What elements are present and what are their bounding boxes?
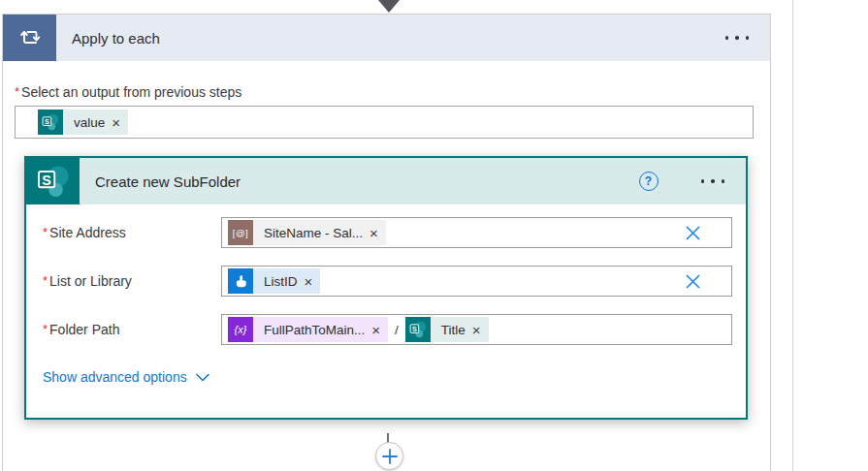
site-address-input[interactable]: [@] SiteName - Sal... × bbox=[221, 217, 732, 248]
action-title: Create new SubFolder bbox=[80, 158, 639, 204]
show-advanced-options-link[interactable]: Show advanced options bbox=[43, 369, 209, 385]
manual-trigger-icon bbox=[228, 268, 253, 294]
apply-to-each-menu-button[interactable] bbox=[704, 15, 771, 61]
field-row-list-or-library: *List or Library ListID × bbox=[43, 266, 746, 297]
action-menu-button[interactable] bbox=[680, 158, 747, 204]
chevron-down-icon bbox=[196, 373, 209, 382]
variable-icon: {x} bbox=[228, 317, 253, 342]
sharepoint-icon: S bbox=[405, 317, 431, 342]
token-label: SiteName - Sal... bbox=[264, 226, 363, 240]
loop-icon bbox=[17, 25, 43, 50]
flow-canvas: Apply to each *Select an output from pre… bbox=[0, 0, 868, 471]
apply-to-each-icon bbox=[3, 15, 56, 61]
path-separator: / bbox=[392, 323, 402, 337]
svg-text:S: S bbox=[42, 173, 51, 188]
apply-to-each-header[interactable]: Apply to each bbox=[3, 15, 770, 61]
required-asterisk: * bbox=[43, 225, 48, 239]
insert-step-button[interactable] bbox=[375, 442, 403, 470]
remove-token-icon[interactable]: × bbox=[472, 323, 481, 337]
required-asterisk: * bbox=[15, 84, 19, 99]
parameter-icon: [@] bbox=[228, 220, 253, 245]
site-address-label: *Site Address bbox=[43, 225, 221, 240]
output-input[interactable]: S value × bbox=[15, 106, 754, 139]
list-or-library-input[interactable]: ListID × bbox=[221, 266, 732, 297]
help-button[interactable]: ? bbox=[639, 172, 659, 191]
svg-text:S: S bbox=[412, 325, 417, 333]
ellipsis-icon bbox=[701, 179, 705, 183]
action-parameters: *Site Address [@] SiteName - Sal... × bbox=[26, 204, 746, 386]
sharepoint-icon: S bbox=[34, 162, 73, 201]
token-label: value bbox=[74, 115, 105, 130]
token-label: Title bbox=[441, 323, 466, 337]
token-label: FullPathToMain... bbox=[264, 323, 365, 337]
listid-token[interactable]: ListID × bbox=[228, 268, 320, 294]
apply-to-each-body: *Select an output from previous steps S … bbox=[3, 61, 770, 139]
clear-input-icon[interactable] bbox=[684, 224, 702, 242]
clear-input-icon[interactable] bbox=[684, 272, 702, 291]
svg-text:S: S bbox=[45, 117, 49, 126]
required-asterisk: * bbox=[43, 322, 48, 336]
sharepoint-action-icon: S bbox=[26, 158, 80, 204]
help-icon: ? bbox=[645, 174, 652, 188]
folder-path-input[interactable]: {x} FullPathToMain... × / bbox=[221, 314, 732, 345]
fullpath-variable-token[interactable]: {x} FullPathToMain... × bbox=[228, 317, 388, 342]
connector-arrow-down-icon bbox=[378, 0, 400, 13]
canvas-right-divider bbox=[792, 0, 793, 471]
remove-token-icon[interactable]: × bbox=[370, 226, 378, 240]
field-row-site-address: *Site Address [@] SiteName - Sal... × bbox=[43, 217, 746, 248]
title-token[interactable]: S Title × bbox=[405, 317, 489, 342]
plus-icon bbox=[382, 449, 398, 464]
token-label: ListID bbox=[264, 274, 298, 289]
list-or-library-label: *List or Library bbox=[43, 273, 221, 289]
folder-path-label: *Folder Path bbox=[43, 322, 221, 337]
ellipsis-icon bbox=[725, 36, 729, 40]
create-subfolder-header[interactable]: S Create new SubFolder ? bbox=[26, 158, 746, 204]
output-field-label: *Select an output from previous steps bbox=[15, 84, 758, 100]
apply-to-each-title: Apply to each bbox=[56, 15, 704, 61]
remove-token-icon[interactable]: × bbox=[112, 115, 120, 130]
create-subfolder-card: S Create new SubFolder ? *Site Address [… bbox=[24, 156, 748, 420]
sharepoint-icon: S bbox=[38, 110, 63, 135]
sitename-token[interactable]: [@] SiteName - Sal... × bbox=[228, 220, 386, 245]
remove-token-icon[interactable]: × bbox=[371, 323, 380, 337]
required-asterisk: * bbox=[43, 273, 48, 288]
value-token[interactable]: S value × bbox=[38, 110, 128, 135]
remove-token-icon[interactable]: × bbox=[305, 274, 313, 289]
field-row-folder-path: *Folder Path {x} FullPathToMain... × / bbox=[43, 314, 746, 345]
